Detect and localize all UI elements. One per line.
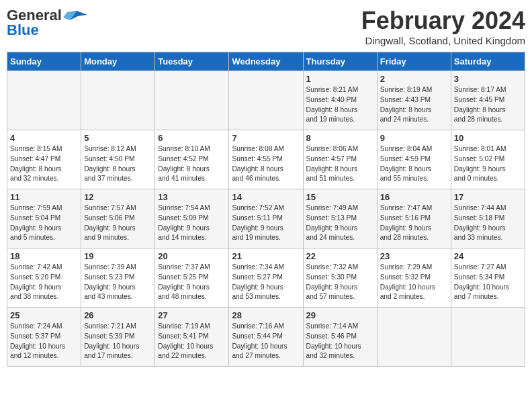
day-info: Sunrise: 8:15 AM Sunset: 4:47 PM Dayligh… [10,144,78,184]
day-info: Sunrise: 7:27 AM Sunset: 5:34 PM Dayligh… [454,263,522,302]
day-info: Sunrise: 8:04 AM Sunset: 4:59 PM Dayligh… [380,144,448,184]
day-info: Sunrise: 7:57 AM Sunset: 5:06 PM Dayligh… [84,203,152,243]
logo-text-blue: Blue [7,21,39,39]
calendar-cell: 8Sunrise: 8:06 AM Sunset: 4:57 PM Daylig… [303,130,377,189]
day-info: Sunrise: 8:19 AM Sunset: 4:43 PM Dayligh… [380,85,448,125]
day-info: Sunrise: 7:44 AM Sunset: 5:18 PM Dayligh… [454,203,522,243]
calendar-cell: 3Sunrise: 8:17 AM Sunset: 4:45 PM Daylig… [451,71,525,130]
day-info: Sunrise: 7:49 AM Sunset: 5:13 PM Dayligh… [306,203,374,243]
day-header-friday: Friday [377,52,451,71]
day-header-sunday: Sunday [7,52,81,71]
calendar-cell: 23Sunrise: 7:29 AM Sunset: 5:32 PM Dayli… [377,248,451,308]
page-header: General Blue February 2024 Dingwall, Sco… [7,7,525,46]
day-info: Sunrise: 7:21 AM Sunset: 5:39 PM Dayligh… [84,322,152,361]
day-number: 25 [10,310,78,320]
calendar-cell: 27Sunrise: 7:19 AM Sunset: 5:41 PM Dayli… [155,308,229,367]
calendar-cell: 28Sunrise: 7:16 AM Sunset: 5:44 PM Dayli… [229,308,303,367]
title-block: February 2024 Dingwall, Scotland, United… [361,7,525,46]
day-info: Sunrise: 7:29 AM Sunset: 5:32 PM Dayligh… [380,263,448,302]
day-info: Sunrise: 8:12 AM Sunset: 4:50 PM Dayligh… [84,144,152,184]
calendar-cell: 7Sunrise: 8:08 AM Sunset: 4:55 PM Daylig… [229,130,303,189]
day-number: 6 [158,133,226,143]
calendar-cell [377,308,451,367]
week-row-5: 25Sunrise: 7:24 AM Sunset: 5:37 PM Dayli… [7,308,525,367]
calendar-cell: 14Sunrise: 7:52 AM Sunset: 5:11 PM Dayli… [229,189,303,248]
calendar-cell: 16Sunrise: 7:47 AM Sunset: 5:16 PM Dayli… [377,189,451,248]
day-info: Sunrise: 7:16 AM Sunset: 5:44 PM Dayligh… [232,322,300,361]
day-number: 5 [84,133,152,143]
month-title: February 2024 [361,7,525,35]
calendar-cell: 1Sunrise: 8:21 AM Sunset: 4:40 PM Daylig… [303,71,377,130]
day-number: 7 [232,133,300,143]
day-info: Sunrise: 8:01 AM Sunset: 5:02 PM Dayligh… [454,144,522,184]
calendar-cell: 5Sunrise: 8:12 AM Sunset: 4:50 PM Daylig… [81,130,155,189]
day-info: Sunrise: 7:47 AM Sunset: 5:16 PM Dayligh… [380,203,448,243]
day-number: 9 [380,133,448,143]
calendar-cell [81,71,155,130]
day-number: 13 [158,192,226,202]
logo: General Blue [7,7,87,39]
calendar-cell: 29Sunrise: 7:14 AM Sunset: 5:46 PM Dayli… [303,308,377,367]
day-info: Sunrise: 8:10 AM Sunset: 4:52 PM Dayligh… [158,144,226,184]
day-number: 18 [10,251,78,261]
day-number: 26 [84,310,152,320]
day-number: 24 [454,251,522,261]
day-info: Sunrise: 8:08 AM Sunset: 4:55 PM Dayligh… [232,144,300,184]
day-info: Sunrise: 7:39 AM Sunset: 5:23 PM Dayligh… [84,263,152,302]
calendar-cell: 13Sunrise: 7:54 AM Sunset: 5:09 PM Dayli… [155,189,229,248]
day-info: Sunrise: 7:42 AM Sunset: 5:20 PM Dayligh… [10,263,78,302]
day-header-monday: Monday [81,52,155,71]
calendar-cell: 26Sunrise: 7:21 AM Sunset: 5:39 PM Dayli… [81,308,155,367]
calendar-cell: 11Sunrise: 7:59 AM Sunset: 5:04 PM Dayli… [7,189,81,248]
week-row-4: 18Sunrise: 7:42 AM Sunset: 5:20 PM Dayli… [7,248,525,308]
header-row: SundayMondayTuesdayWednesdayThursdayFrid… [7,52,525,71]
day-number: 28 [232,310,300,320]
week-row-3: 11Sunrise: 7:59 AM Sunset: 5:04 PM Dayli… [7,189,525,248]
calendar-cell: 10Sunrise: 8:01 AM Sunset: 5:02 PM Dayli… [451,130,525,189]
day-header-thursday: Thursday [303,52,377,71]
day-header-saturday: Saturday [451,52,525,71]
day-number: 3 [454,74,522,84]
calendar-cell: 21Sunrise: 7:34 AM Sunset: 5:27 PM Dayli… [229,248,303,308]
day-number: 15 [306,192,374,202]
day-number: 22 [306,251,374,261]
calendar-cell: 19Sunrise: 7:39 AM Sunset: 5:23 PM Dayli… [81,248,155,308]
calendar-cell [229,71,303,130]
calendar-cell: 20Sunrise: 7:37 AM Sunset: 5:25 PM Dayli… [155,248,229,308]
day-number: 8 [306,133,374,143]
day-number: 4 [10,133,78,143]
week-row-2: 4Sunrise: 8:15 AM Sunset: 4:47 PM Daylig… [7,130,525,189]
day-info: Sunrise: 7:14 AM Sunset: 5:46 PM Dayligh… [306,322,374,361]
calendar-table: SundayMondayTuesdayWednesdayThursdayFrid… [7,52,525,367]
day-number: 21 [232,251,300,261]
day-number: 10 [454,133,522,143]
day-number: 23 [380,251,448,261]
day-number: 11 [10,192,78,202]
day-info: Sunrise: 7:34 AM Sunset: 5:27 PM Dayligh… [232,263,300,302]
day-number: 19 [84,251,152,261]
calendar-cell [451,308,525,367]
day-number: 29 [306,310,374,320]
calendar-cell: 24Sunrise: 7:27 AM Sunset: 5:34 PM Dayli… [451,248,525,308]
calendar-cell: 12Sunrise: 7:57 AM Sunset: 5:06 PM Dayli… [81,189,155,248]
day-info: Sunrise: 7:37 AM Sunset: 5:25 PM Dayligh… [158,263,226,302]
day-header-tuesday: Tuesday [155,52,229,71]
day-info: Sunrise: 8:06 AM Sunset: 4:57 PM Dayligh… [306,144,374,184]
calendar-cell: 18Sunrise: 7:42 AM Sunset: 5:20 PM Dayli… [7,248,81,308]
calendar-cell: 4Sunrise: 8:15 AM Sunset: 4:47 PM Daylig… [7,130,81,189]
calendar-cell: 22Sunrise: 7:32 AM Sunset: 5:30 PM Dayli… [303,248,377,308]
calendar-cell: 25Sunrise: 7:24 AM Sunset: 5:37 PM Dayli… [7,308,81,367]
day-number: 14 [232,192,300,202]
calendar-cell: 6Sunrise: 8:10 AM Sunset: 4:52 PM Daylig… [155,130,229,189]
day-number: 12 [84,192,152,202]
calendar-cell: 17Sunrise: 7:44 AM Sunset: 5:18 PM Dayli… [451,189,525,248]
day-info: Sunrise: 7:19 AM Sunset: 5:41 PM Dayligh… [158,322,226,361]
calendar-cell [7,71,81,130]
day-number: 1 [306,74,374,84]
day-info: Sunrise: 7:52 AM Sunset: 5:11 PM Dayligh… [232,203,300,243]
day-info: Sunrise: 7:59 AM Sunset: 5:04 PM Dayligh… [10,203,78,243]
week-row-1: 1Sunrise: 8:21 AM Sunset: 4:40 PM Daylig… [7,71,525,130]
day-number: 17 [454,192,522,202]
day-info: Sunrise: 7:54 AM Sunset: 5:09 PM Dayligh… [158,203,226,243]
logo-bird-icon [63,8,87,23]
